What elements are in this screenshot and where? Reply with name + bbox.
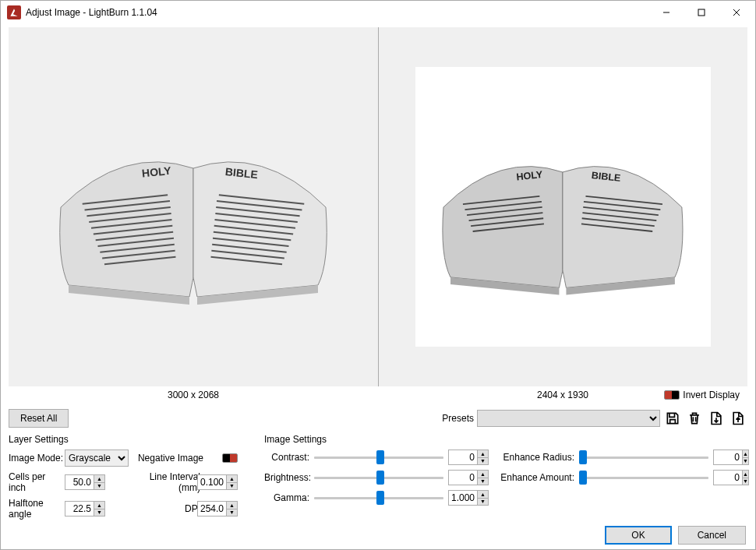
close-button[interactable]: [719, 1, 754, 24]
window-title: Adjust Image - LightBurn 1.1.04: [26, 7, 648, 18]
line-interval-label: Line Interval (mm): [133, 471, 203, 493]
app-icon: [7, 5, 21, 19]
export-preset-button[interactable]: [729, 409, 747, 428]
processed-preview: HOLY BIBLE: [379, 27, 748, 386]
ok-button[interactable]: OK: [605, 526, 671, 545]
enhance-radius-label: Enhance Radius:: [496, 452, 574, 463]
halftone-angle-label: Halftone angle: [9, 498, 65, 520]
contrast-input[interactable]: [448, 450, 478, 465]
dpi-input[interactable]: [197, 501, 227, 517]
negative-image-label: Negative Image: [133, 453, 203, 464]
cells-per-inch-input[interactable]: [65, 474, 94, 490]
negative-image-toggle[interactable]: [222, 453, 238, 463]
enhance-radius-input[interactable]: [713, 450, 743, 465]
brightness-spinner[interactable]: ▲▼: [478, 470, 489, 485]
enhance-amount-spinner[interactable]: ▲▼: [743, 470, 749, 485]
image-mode-label: Image Mode:: [9, 453, 65, 464]
invert-display-toggle[interactable]: [664, 390, 680, 400]
enhance-amount-input[interactable]: [713, 470, 743, 485]
processed-dimensions: 2404 x 1930: [537, 390, 588, 400]
dpi-spinner[interactable]: ▲▼: [227, 501, 238, 517]
contrast-label: Contrast:: [264, 452, 309, 463]
halftone-spinner[interactable]: ▲▼: [94, 501, 105, 517]
presets-select[interactable]: [477, 410, 660, 427]
gamma-spinner[interactable]: ▲▼: [478, 490, 489, 506]
cancel-button[interactable]: Cancel: [678, 526, 746, 545]
cells-spinner[interactable]: ▲▼: [94, 474, 105, 490]
minimize-button[interactable]: [648, 1, 684, 24]
import-preset-button[interactable]: [707, 409, 726, 428]
layer-settings-legend: Layer Settings: [9, 434, 250, 445]
svg-rect-1: [698, 9, 705, 16]
line-interval-input[interactable]: [197, 474, 227, 490]
reset-all-button[interactable]: Reset All: [9, 409, 69, 428]
image-settings-legend: Image Settings: [264, 434, 747, 445]
contrast-slider[interactable]: [314, 450, 443, 464]
gamma-input[interactable]: [448, 490, 478, 506]
enhance-radius-slider[interactable]: [579, 450, 708, 464]
image-mode-select[interactable]: Grayscale: [65, 450, 129, 467]
line-interval-spinner[interactable]: ▲▼: [227, 474, 238, 490]
gamma-slider[interactable]: [314, 491, 443, 505]
brightness-input[interactable]: [448, 470, 478, 485]
invert-display-label: Invert Display: [683, 390, 740, 400]
dpi-label: DPI: [133, 503, 203, 514]
original-dimensions: 3000 x 2068: [168, 390, 219, 400]
enhance-amount-slider[interactable]: [579, 471, 708, 485]
cells-per-inch-label: Cells per inch: [9, 471, 65, 493]
gamma-label: Gamma:: [264, 492, 309, 503]
save-preset-button[interactable]: [663, 409, 682, 428]
brightness-label: Brightness:: [264, 472, 309, 483]
maximize-button[interactable]: [684, 1, 719, 24]
original-preview: HOLY BIBLE: [9, 27, 378, 386]
enhance-amount-label: Enhance Amount:: [496, 472, 574, 483]
delete-preset-button[interactable]: [685, 409, 704, 428]
presets-label: Presets: [442, 413, 474, 424]
brightness-slider[interactable]: [314, 471, 443, 485]
halftone-angle-input[interactable]: [65, 501, 94, 517]
title-bar: Adjust Image - LightBurn 1.1.04: [1, 1, 755, 24]
enhance-radius-spinner[interactable]: ▲▼: [743, 450, 749, 465]
contrast-spinner[interactable]: ▲▼: [478, 450, 489, 465]
